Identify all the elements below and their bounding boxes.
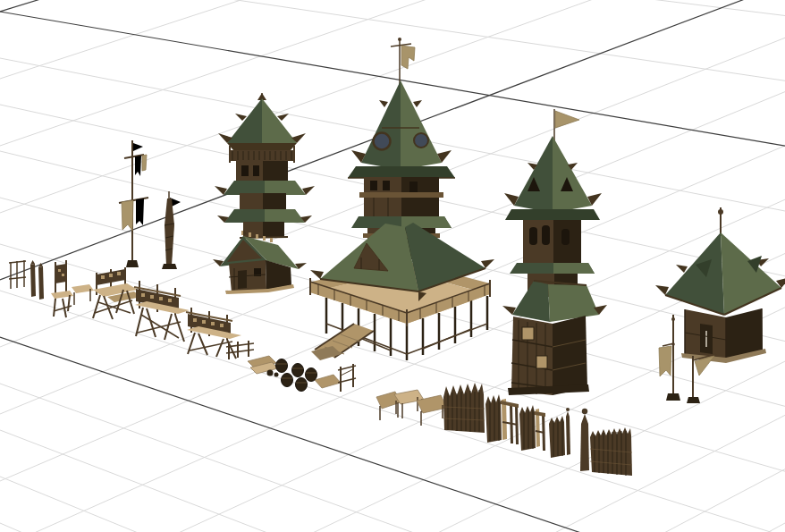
model-stilt-walkway-1[interactable] (134, 281, 190, 342)
tower-spire (361, 80, 401, 170)
roof-finial (718, 209, 723, 215)
model-banner-pole-2[interactable] (659, 315, 680, 401)
model-palisade-gate-2[interactable] (519, 405, 545, 451)
model-palisade-corner[interactable] (580, 409, 632, 476)
model-market-stall[interactable] (376, 390, 447, 426)
grid-line (0, 384, 785, 532)
asset-viewer-canvas (0, 0, 785, 532)
pennant-flag (555, 111, 579, 128)
model-pennant-pole[interactable] (687, 354, 716, 403)
model-square-tower[interactable] (502, 109, 607, 395)
scene-svg (0, 0, 785, 532)
hut-door (238, 270, 247, 289)
tower-window (522, 327, 534, 340)
model-stilt-walkway-2[interactable] (186, 308, 241, 359)
grid-line (0, 0, 785, 16)
arch-window (542, 225, 550, 245)
grid-line (0, 0, 785, 79)
barrel (276, 359, 317, 392)
tower-flag (401, 46, 415, 69)
pole-top-flag (133, 143, 143, 151)
model-small-hut[interactable] (213, 229, 307, 294)
model-palisade-wall[interactable] (443, 383, 485, 433)
round-window (374, 133, 391, 150)
model-banner-pole[interactable] (119, 140, 148, 267)
grid-axis-line (0, 0, 785, 12)
grid-line (0, 477, 785, 532)
banner-cloth (659, 346, 671, 376)
model-grand-tower[interactable] (310, 38, 494, 360)
pyramid-roof (665, 232, 724, 315)
banner-cloth (142, 155, 147, 171)
model-totem-pole[interactable] (162, 191, 181, 269)
model-scaffold-frames[interactable] (9, 260, 44, 300)
tower-spire (514, 136, 553, 213)
round-window (414, 133, 428, 148)
arch-window (529, 227, 537, 245)
grid-line (0, 430, 785, 532)
balcony-railing (229, 150, 295, 161)
grid-line (0, 469, 785, 532)
model-watchtower[interactable] (215, 93, 315, 238)
model-stilt-table[interactable] (93, 267, 141, 319)
model-fence-frame-1[interactable] (226, 341, 254, 359)
grid-line (0, 361, 785, 532)
grid-line (0, 415, 785, 532)
model-pyramid-house[interactable] (655, 207, 785, 363)
model-fence-frame-2[interactable] (338, 364, 356, 392)
